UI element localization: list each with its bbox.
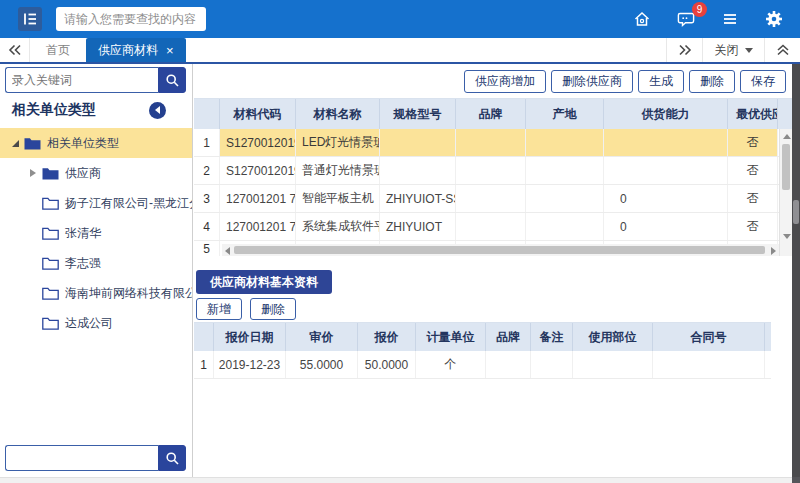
column-header-name[interactable]: 材料名称: [296, 99, 380, 129]
sidebar-title: 相关单位类型: [12, 101, 96, 119]
quotes-table-header: 报价日期审价报价计量单位品牌备注使用部位合同号: [194, 323, 771, 351]
global-search-input[interactable]: [56, 7, 206, 31]
materials-row[interactable]: 2S127001201900普通灯光情景玻璃否: [194, 157, 792, 185]
materials-cell-spec: [380, 157, 456, 184]
column-header-code[interactable]: 材料代码: [220, 99, 296, 129]
quotes-row[interactable]: 12019-12-2355.000050.0000个: [194, 351, 771, 379]
column-header-capacity[interactable]: 供货能力: [604, 99, 728, 129]
materials-cell-spec: ZHIYUIOT-SSH-: [380, 185, 456, 212]
scroll-down-icon[interactable]: [783, 234, 791, 239]
delete-quote-button[interactable]: 删除: [250, 298, 296, 320]
column-header-quote[interactable]: 报价: [358, 323, 416, 351]
tree-filter-input[interactable]: [5, 67, 158, 93]
scroll-right-icon[interactable]: [771, 247, 776, 255]
tab-supplier-materials[interactable]: 供应商材料 ×: [86, 38, 186, 62]
save-button[interactable]: 保存: [740, 70, 786, 93]
column-header-unit[interactable]: 计量单位: [416, 323, 486, 351]
quotes-cell-date: 2019-12-23: [214, 351, 286, 378]
outer-scrollbar-thumb[interactable]: [793, 200, 799, 224]
tree-item[interactable]: 李志强: [0, 248, 192, 278]
quotes-table-body: 12019-12-2355.000050.0000个: [194, 351, 771, 379]
tree-item-label: 达成公司: [65, 315, 113, 332]
sidebar-bottom-search-button[interactable]: [158, 445, 186, 471]
scroll-tabs-left-icon[interactable]: [0, 38, 30, 62]
tree-item[interactable]: 张清华: [0, 218, 192, 248]
tree-item-label: 扬子江有限公司-黑龙江分部: [65, 195, 192, 212]
sidebar-bottom-search-input[interactable]: [5, 445, 158, 471]
topbar: 9: [0, 0, 800, 38]
folder-icon: [42, 226, 60, 240]
tree-search-button[interactable]: [158, 67, 186, 93]
materials-row[interactable]: 4127001201 700系统集成软件平台ZHIYUIOT0否: [194, 213, 792, 241]
tree-item-label: 相关单位类型: [47, 135, 119, 152]
materials-cell-origin: [526, 129, 604, 156]
add-supplier-button[interactable]: 供应商增加: [464, 70, 546, 93]
add-quote-button[interactable]: 新增: [196, 298, 242, 320]
tree-item[interactable]: 达成公司: [0, 308, 192, 338]
delete-supplier-button[interactable]: 删除供应商: [551, 70, 633, 93]
detail-section-tab[interactable]: 供应商材料基本资料: [196, 270, 332, 294]
column-header-spec[interactable]: 规格型号: [380, 99, 456, 129]
folder-icon: [42, 256, 60, 270]
settings-gear-icon[interactable]: [764, 9, 784, 29]
close-tabs-dropdown[interactable]: 关闭: [702, 38, 764, 62]
close-tab-icon[interactable]: ×: [166, 44, 174, 57]
outer-scrollbar[interactable]: [792, 64, 800, 477]
generate-button[interactable]: 生成: [638, 70, 684, 93]
tree-item[interactable]: 海南坤前网络科技有限公司: [0, 278, 192, 308]
materials-row[interactable]: 1S127001201900LED灯光情景玻璃否: [194, 129, 792, 157]
folder-icon: [24, 136, 42, 150]
column-header-origin[interactable]: 产地: [526, 99, 604, 129]
quotes-cell-quote: 50.0000: [358, 351, 416, 378]
tree-item[interactable]: 扬子江有限公司-黑龙江分部: [0, 188, 192, 218]
tree-item[interactable]: 供应商: [0, 158, 192, 188]
vertical-scrollbar[interactable]: [779, 129, 792, 256]
materials-cell-best: 否: [728, 157, 778, 184]
folder-icon: [42, 196, 60, 210]
menu-toggle-button[interactable]: [18, 7, 42, 31]
sidebar-search: [5, 67, 186, 93]
column-header-note[interactable]: 备注: [531, 323, 573, 351]
tree-item[interactable]: 相关单位类型: [0, 128, 192, 158]
materials-cell-num: 4: [194, 213, 220, 240]
column-header-brand[interactable]: 品牌: [486, 323, 531, 351]
column-header-audit[interactable]: 审价: [286, 323, 358, 351]
materials-cell-best: 否: [728, 185, 778, 212]
quotes-cell-filler: [765, 351, 777, 378]
collapse-sidebar-button[interactable]: [149, 102, 166, 119]
folder-icon: [42, 166, 60, 180]
quotes-cell-audit: 55.0000: [286, 351, 358, 378]
tab-home[interactable]: 首页: [30, 38, 86, 62]
tab-home-label: 首页: [46, 42, 70, 59]
quotes-cell-num: 1: [194, 351, 214, 378]
apps-menu-icon[interactable]: [720, 9, 740, 29]
materials-cell-code: 127001201 700: [220, 185, 296, 212]
materials-table-header: 材料代码材料名称规格型号品牌产地供货能力最优供应: [194, 99, 792, 129]
scroll-left-icon[interactable]: [225, 247, 230, 255]
scroll-tabs-right-icon[interactable]: [666, 38, 702, 62]
materials-cell-best: 否: [728, 129, 778, 156]
column-header-date[interactable]: 报价日期: [214, 323, 286, 351]
horizontal-scrollbar[interactable]: [222, 244, 779, 256]
close-tabs-label: 关闭: [715, 42, 739, 59]
vertical-scrollbar-thumb[interactable]: [782, 144, 790, 190]
tree-caret-icon[interactable]: [8, 140, 22, 147]
tree-caret-icon[interactable]: [26, 169, 40, 177]
materials-cell-name: 系统集成软件平台: [296, 213, 380, 240]
horizontal-scrollbar-thumb[interactable]: [234, 246, 765, 254]
tree-item-label: 供应商: [65, 165, 101, 182]
messages-icon[interactable]: 9: [676, 9, 696, 29]
home-icon[interactable]: [632, 9, 652, 29]
materials-row[interactable]: 3127001201 700智能平板主机ZHIYUIOT-SSH-0否: [194, 185, 792, 213]
scrollbar-corner: [792, 477, 800, 483]
collapse-tabbar-icon[interactable]: [764, 38, 800, 62]
column-header-best[interactable]: 最优供应: [728, 99, 778, 129]
column-header-usage[interactable]: 使用部位: [573, 323, 653, 351]
scroll-up-icon[interactable]: [783, 134, 791, 139]
sidebar: 相关单位类型 相关单位类型供应商扬子江有限公司-黑龙江分部张清华李志强海南坤前网…: [0, 64, 193, 477]
column-header-contract[interactable]: 合同号: [653, 323, 765, 351]
materials-cell-brand: [456, 157, 526, 184]
delete-button[interactable]: 删除: [689, 70, 735, 93]
quotes-cell-unit: 个: [416, 351, 486, 378]
column-header-brand[interactable]: 品牌: [456, 99, 526, 129]
